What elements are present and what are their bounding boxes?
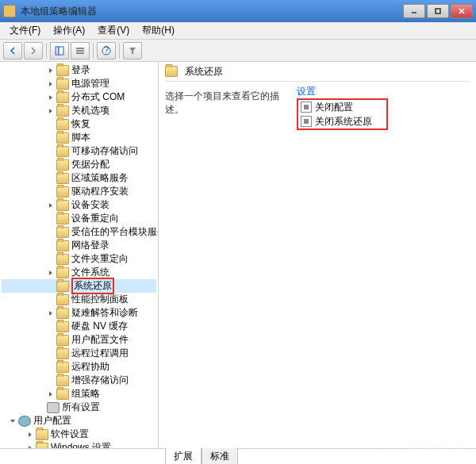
tree-item[interactable]: 网络登录 [2, 239, 156, 252]
toolbar-help-button[interactable]: ? [97, 42, 116, 59]
tree-item-label: 性能控制面板 [71, 293, 129, 306]
tree-item[interactable]: 电源管理 [2, 77, 156, 90]
svg-text:?: ? [104, 46, 109, 56]
tree-expander-icon[interactable] [25, 430, 34, 439]
minimize-button[interactable] [403, 4, 425, 18]
tree-item[interactable]: 设备重定向 [2, 212, 156, 225]
folder-icon [56, 348, 69, 359]
tree-expander-icon[interactable] [46, 389, 55, 398]
tree-item[interactable]: 增强存储访问 [2, 374, 156, 387]
tree-panel[interactable]: 登录电源管理分布式 COM关机选项恢复脚本可移动存储访问凭据分配区域策略服务驱动… [0, 62, 159, 448]
tree-item-label: 用户配置文件 [71, 333, 129, 347]
folder-icon [36, 443, 48, 449]
tree-item[interactable]: 硬盘 NV 缓存 [2, 320, 156, 333]
toolbar-divider [119, 43, 120, 59]
menu-action[interactable]: 操作(A) [47, 22, 91, 39]
folder-icon [56, 321, 69, 332]
tree-item[interactable]: 登录 [2, 63, 156, 77]
tree-item[interactable]: 性能控制面板 [2, 293, 156, 306]
tree-item[interactable]: 用户配置 [2, 414, 156, 428]
tree-item-label: 文件夹重定向 [71, 252, 129, 266]
tree-item-label: 电源管理 [71, 77, 109, 90]
tree-item[interactable]: 文件夹重定向 [2, 252, 156, 266]
tree-item-label: 区域策略服务 [71, 171, 129, 185]
panel-columns: 选择一个项目来查看它的描述。 设置 关闭配置 关闭系统还原 [159, 82, 476, 448]
tree-item[interactable]: 驱动程序安装 [2, 185, 156, 198]
folder-icon [56, 146, 69, 157]
tree-item[interactable]: 设备安装 [2, 198, 156, 212]
menu-view[interactable]: 查看(V) [91, 22, 136, 39]
tree-item-label: 远程协助 [71, 360, 109, 374]
folder-icon [56, 335, 69, 346]
toolbar-tree-button[interactable] [50, 42, 69, 59]
tree-item[interactable]: Windows 设置 [2, 441, 156, 448]
panel-title: 系统还原 [185, 65, 223, 79]
tree-item[interactable]: 用户配置文件 [2, 333, 156, 347]
tree-expander-icon[interactable] [46, 309, 55, 317]
tab-extended[interactable]: 扩展 [165, 448, 202, 464]
tree-expander-icon [46, 295, 55, 304]
toolbar-list-button[interactable] [71, 42, 90, 59]
tree-item[interactable]: 组策略 [2, 387, 156, 401]
svg-rect-6 [76, 48, 84, 49]
tree-expander-icon[interactable] [46, 93, 55, 102]
folder-icon [56, 79, 69, 90]
setting-label: 关闭系统还原 [315, 115, 372, 128]
tree-item[interactable]: 分布式 COM [2, 90, 156, 104]
tree-item[interactable]: 所有设置 [2, 401, 156, 414]
content-area: 登录电源管理分布式 COM关机选项恢复脚本可移动存储访问凭据分配区域策略服务驱动… [0, 62, 476, 448]
tree-item[interactable]: 受信任的平台模块服务 [2, 225, 156, 239]
tree-expander-icon[interactable] [8, 416, 17, 425]
tree-item[interactable]: 系统还原 [2, 279, 156, 293]
tree-item[interactable]: 远程协助 [2, 360, 156, 374]
close-button[interactable] [451, 4, 473, 18]
tree-expander-icon [46, 241, 55, 250]
tree-expander-icon [36, 403, 45, 412]
folder-icon [56, 227, 69, 238]
tree-item[interactable]: 凭据分配 [2, 158, 156, 171]
tree-expander-icon[interactable] [46, 268, 55, 277]
tree-item[interactable]: 可移动存储访问 [2, 144, 156, 158]
tree-item-label: 可移动存储访问 [71, 144, 138, 158]
setting-item[interactable]: 关闭配置 [300, 100, 385, 114]
tree-item-label: 所有设置 [62, 401, 100, 414]
folder-icon [56, 186, 69, 197]
setting-label: 关闭配置 [315, 101, 353, 114]
tree-expander-icon [46, 160, 55, 169]
tree-expander-icon [46, 322, 55, 331]
tree-expander-icon [46, 349, 55, 358]
tree-expander-icon[interactable] [25, 443, 34, 448]
tree-expander-icon[interactable] [46, 79, 55, 88]
tree-item-label: 远程过程调用 [71, 347, 129, 360]
maximize-button[interactable] [427, 4, 449, 18]
tree-expander-icon [46, 376, 55, 385]
app-icon [3, 5, 16, 17]
tree-item-label: 关机选项 [71, 104, 109, 117]
toolbar-back-button[interactable] [3, 42, 22, 59]
toolbar-filter-button[interactable] [123, 42, 142, 59]
menu-help[interactable]: 帮助(H) [136, 22, 181, 39]
tree-item-label: 登录 [71, 63, 90, 77]
tree-item[interactable]: 软件设置 [2, 428, 156, 441]
tree-expander-icon [46, 147, 55, 155]
folder-icon [56, 267, 69, 278]
svg-rect-4 [56, 47, 59, 55]
folder-icon [56, 240, 69, 251]
toolbar-forward-button[interactable] [24, 42, 43, 59]
setting-item[interactable]: 关闭系统还原 [300, 114, 385, 128]
tree-item[interactable]: 区域策略服务 [2, 171, 156, 185]
tree-expander-icon[interactable] [46, 106, 55, 115]
tree-item[interactable]: 疑难解答和诊断 [2, 306, 156, 320]
tree-item[interactable]: 恢复 [2, 117, 156, 131]
menu-file[interactable]: 文件(F) [3, 22, 47, 39]
tab-standard[interactable]: 标准 [202, 448, 238, 464]
tree-item[interactable]: 关机选项 [2, 104, 156, 117]
tree-item[interactable]: 远程过程调用 [2, 347, 156, 360]
tree-item-label: 增强存储访问 [71, 374, 129, 387]
tree-item[interactable]: 脚本 [2, 131, 156, 144]
svg-rect-5 [59, 47, 63, 55]
tree-expander-icon[interactable] [46, 201, 55, 209]
tree-item-label: 分布式 COM [71, 90, 125, 104]
folder-icon [56, 362, 69, 373]
tree-expander-icon[interactable] [46, 66, 55, 75]
